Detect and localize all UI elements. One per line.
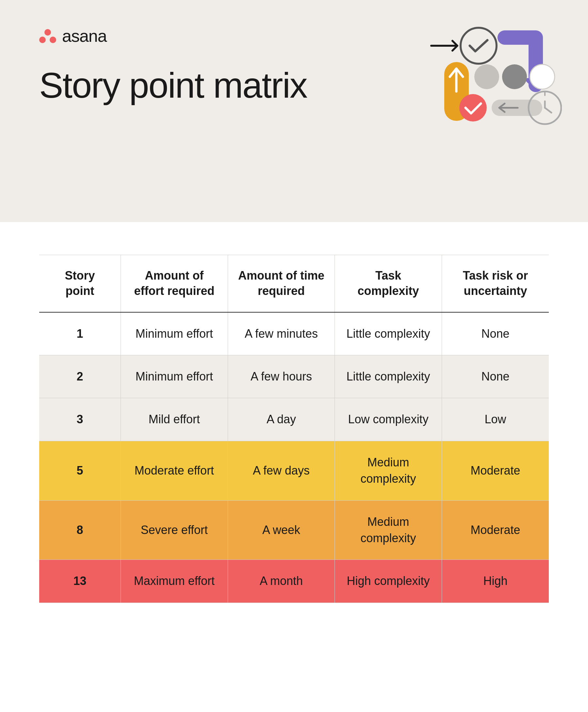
complexity-value: Little complexity (335, 312, 442, 355)
time-value: A week (228, 500, 335, 560)
table-body: 1 Minimum effort A few minutes Little co… (39, 312, 549, 603)
table-row: 2 Minimum effort A few hours Little comp… (39, 355, 549, 398)
time-value: A few days (228, 441, 335, 500)
table-row: 3 Mild effort A day Low complexity Low (39, 398, 549, 441)
story-point-value: 5 (39, 441, 121, 500)
logo-text: asana (62, 26, 107, 46)
svg-point-10 (459, 94, 487, 122)
svg-point-7 (474, 64, 499, 89)
table-header: Story point Amount of effort required Am… (39, 255, 549, 312)
complexity-value: Medium complexity (335, 441, 442, 500)
story-point-value: 3 (39, 398, 121, 441)
col-header-story-point: Story point (39, 255, 121, 312)
story-point-value: 8 (39, 500, 121, 560)
svg-point-2 (50, 37, 56, 43)
svg-point-1 (39, 37, 46, 43)
asana-logo-icon (39, 27, 56, 44)
main-content: Story point Amount of effort required Am… (0, 222, 588, 635)
risk-value: High (442, 560, 549, 603)
effort-value: Moderate effort (121, 441, 228, 500)
effort-value: Mild effort (121, 398, 228, 441)
effort-value: Minimum effort (121, 312, 228, 355)
time-value: A few hours (228, 355, 335, 398)
story-point-matrix-table: Story point Amount of effort required Am… (39, 255, 549, 603)
svg-point-4 (461, 28, 497, 64)
story-point-value: 1 (39, 312, 121, 355)
complexity-value: Medium complexity (335, 500, 442, 560)
risk-value: Low (442, 398, 549, 441)
effort-value: Maximum effort (121, 560, 228, 603)
time-value: A month (228, 560, 335, 603)
svg-point-8 (502, 64, 527, 89)
table-row: 5 Moderate effort A few days Medium comp… (39, 441, 549, 500)
col-header-complexity: Task complexity (335, 255, 442, 312)
svg-line-15 (545, 108, 551, 113)
risk-value: Moderate (442, 500, 549, 560)
svg-point-9 (530, 64, 555, 89)
col-header-time: Amount of time required (228, 255, 335, 312)
complexity-value: Low complexity (335, 398, 442, 441)
table-row: 13 Maximum effort A month High complexit… (39, 560, 549, 603)
effort-value: Severe effort (121, 500, 228, 560)
time-value: A few minutes (228, 312, 335, 355)
svg-point-0 (44, 29, 51, 36)
risk-value: Moderate (442, 441, 549, 500)
header-illustration (392, 20, 562, 190)
effort-value: Minimum effort (121, 355, 228, 398)
table-row: 1 Minimum effort A few minutes Little co… (39, 312, 549, 355)
col-header-risk: Task risk or uncertainty (442, 255, 549, 312)
risk-value: None (442, 355, 549, 398)
complexity-value: Little complexity (335, 355, 442, 398)
complexity-value: High complexity (335, 560, 442, 603)
header-section: asana Story point matrix (0, 0, 588, 222)
table-row: 8 Severe effort A week Medium complexity… (39, 500, 549, 560)
story-point-value: 2 (39, 355, 121, 398)
story-point-value: 13 (39, 560, 121, 603)
risk-value: None (442, 312, 549, 355)
time-value: A day (228, 398, 335, 441)
col-header-effort: Amount of effort required (121, 255, 228, 312)
